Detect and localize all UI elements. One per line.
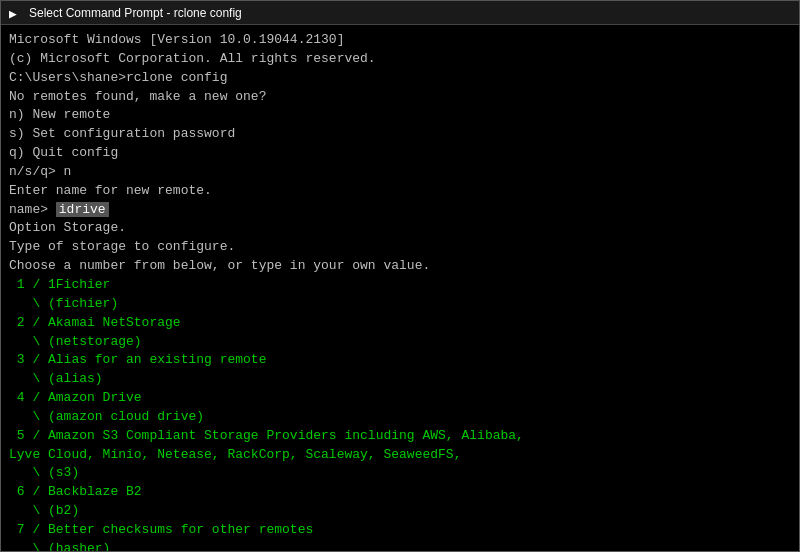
terminal-line: \ (alias) — [9, 370, 791, 389]
terminal-line: 4 / Amazon Drive — [9, 389, 791, 408]
terminal-line: Choose a number from below, or type in y… — [9, 257, 791, 276]
terminal-line: n/s/q> n — [9, 163, 791, 182]
terminal-line: name> idrive — [9, 201, 791, 220]
terminal-line: q) Quit config — [9, 144, 791, 163]
terminal-icon: ▶ — [9, 6, 23, 20]
terminal-line: \ (amazon cloud drive) — [9, 408, 791, 427]
terminal-line: \ (b2) — [9, 502, 791, 521]
terminal-line: 7 / Better checksums for other remotes — [9, 521, 791, 540]
terminal-line: \ (fichier) — [9, 295, 791, 314]
terminal-line: C:\Users\shane>rclone config — [9, 69, 791, 88]
terminal-line: (c) Microsoft Corporation. All rights re… — [9, 50, 791, 69]
terminal-line: No remotes found, make a new one? — [9, 88, 791, 107]
terminal-line: s) Set configuration password — [9, 125, 791, 144]
terminal-line: 2 / Akamai NetStorage — [9, 314, 791, 333]
terminal-line: 6 / Backblaze B2 — [9, 483, 791, 502]
terminal-line: \ (netstorage) — [9, 333, 791, 352]
terminal-line: \ (hasher) — [9, 540, 791, 551]
terminal-line: Option Storage. — [9, 219, 791, 238]
terminal-line: 3 / Alias for an existing remote — [9, 351, 791, 370]
title-bar-text: Select Command Prompt - rclone config — [29, 6, 242, 20]
terminal-line: Enter name for new remote. — [9, 182, 791, 201]
name-input-display: idrive — [56, 202, 109, 217]
terminal-line: Type of storage to configure. — [9, 238, 791, 257]
title-bar: ▶ Select Command Prompt - rclone config — [1, 1, 799, 25]
terminal-line: Lyve Cloud, Minio, Netease, RackCorp, Sc… — [9, 446, 791, 465]
terminal-line: Microsoft Windows [Version 10.0.19044.21… — [9, 31, 791, 50]
terminal-body[interactable]: Microsoft Windows [Version 10.0.19044.21… — [1, 25, 799, 551]
terminal-window: ▶ Select Command Prompt - rclone config … — [0, 0, 800, 552]
terminal-line: \ (s3) — [9, 464, 791, 483]
terminal-line: 1 / 1Fichier — [9, 276, 791, 295]
terminal-line: 5 / Amazon S3 Compliant Storage Provider… — [9, 427, 791, 446]
terminal-line: n) New remote — [9, 106, 791, 125]
